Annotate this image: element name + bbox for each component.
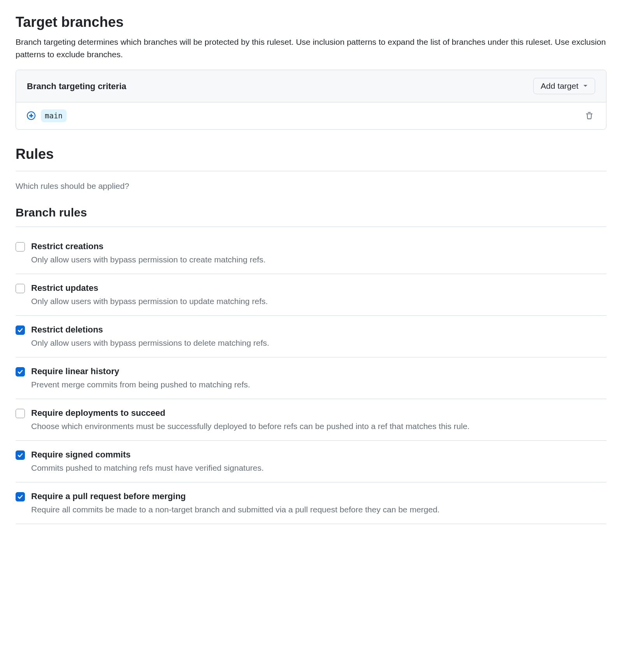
add-target-label: Add target (541, 81, 578, 91)
rule-checkbox[interactable] (16, 450, 25, 460)
rule-text: Require signed commitsCommits pushed to … (31, 449, 606, 473)
rules-heading-row: Rules (16, 144, 606, 171)
rule-checkbox[interactable] (16, 242, 25, 252)
rule-item: Require signed commitsCommits pushed to … (16, 441, 606, 482)
rule-description: Commits pushed to matching refs must hav… (31, 462, 606, 473)
branch-rules-heading: Branch rules (16, 204, 606, 227)
rule-title: Require linear history (31, 366, 606, 377)
rule-description: Only allow users with bypass permissions… (31, 337, 606, 348)
rule-item: Require linear historyPrevent merge comm… (16, 357, 606, 399)
rule-title: Require deployments to succeed (31, 408, 606, 419)
target-branches-heading: Target branches (16, 12, 606, 33)
rule-item: Require a pull request before mergingReq… (16, 482, 606, 524)
rule-text: Restrict updatesOnly allow users with by… (31, 283, 606, 307)
branch-target-row: main (16, 102, 606, 129)
rule-checkbox[interactable] (16, 367, 25, 376)
rule-checkbox[interactable] (16, 492, 25, 501)
rule-text: Require a pull request before mergingReq… (31, 491, 606, 515)
rule-title: Require signed commits (31, 449, 606, 461)
criteria-header: Branch targeting criteria Add target (16, 70, 606, 102)
rule-text: Restrict deletionsOnly allow users with … (31, 324, 606, 348)
add-target-button[interactable]: Add target (533, 78, 595, 94)
rule-description: Only allow users with bypass permission … (31, 254, 606, 265)
delete-target-button[interactable] (583, 110, 595, 121)
branch-targeting-criteria-box: Branch targeting criteria Add target mai… (16, 70, 606, 130)
rule-checkbox[interactable] (16, 409, 25, 418)
rule-description: Only allow users with bypass permission … (31, 296, 606, 307)
target-branches-description: Branch targeting determines which branch… (16, 36, 606, 60)
rule-checkbox[interactable] (16, 325, 25, 335)
trash-icon (585, 111, 594, 120)
plus-circle-icon (27, 111, 35, 120)
rule-text: Require deployments to succeedChoose whi… (31, 408, 606, 432)
rule-item: Require deployments to succeedChoose whi… (16, 399, 606, 441)
branch-name-pill[interactable]: main (41, 109, 67, 122)
branch-rules-list: Restrict creationsOnly allow users with … (16, 234, 606, 524)
rule-item: Restrict deletionsOnly allow users with … (16, 316, 606, 357)
rule-title: Require a pull request before merging (31, 491, 606, 502)
caret-down-icon (583, 84, 588, 88)
rule-title: Restrict deletions (31, 324, 606, 336)
rule-text: Restrict creationsOnly allow users with … (31, 241, 606, 265)
branch-target-left: main (27, 109, 67, 122)
rule-description: Prevent merge commits from being pushed … (31, 379, 606, 390)
rules-heading: Rules (16, 144, 606, 165)
rule-checkbox[interactable] (16, 284, 25, 293)
rules-prompt: Which rules should be applied? (16, 180, 606, 192)
rule-title: Restrict updates (31, 283, 606, 294)
rule-description: Choose which environments must be succes… (31, 420, 606, 432)
rule-title: Restrict creations (31, 241, 606, 252)
rule-text: Require linear historyPrevent merge comm… (31, 366, 606, 390)
rule-item: Restrict updatesOnly allow users with by… (16, 274, 606, 316)
rule-item: Restrict creationsOnly allow users with … (16, 234, 606, 274)
rule-description: Require all commits be made to a non-tar… (31, 504, 606, 515)
criteria-title: Branch targeting criteria (27, 80, 127, 93)
